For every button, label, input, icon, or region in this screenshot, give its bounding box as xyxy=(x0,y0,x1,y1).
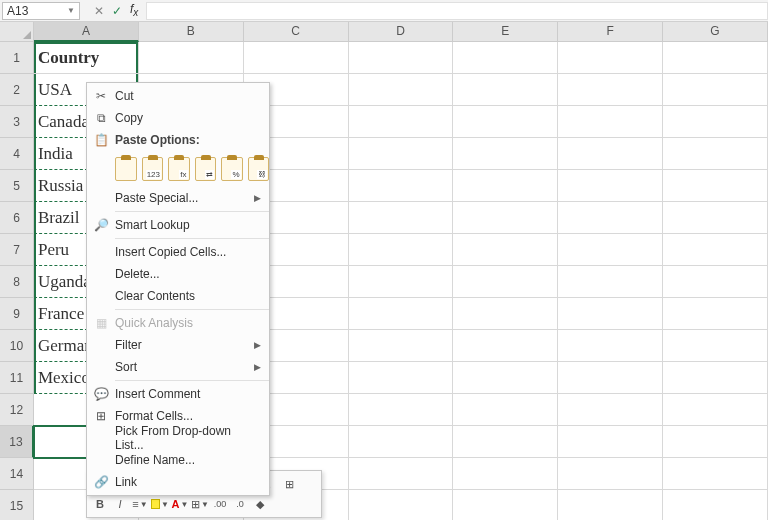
increase-decimal-button[interactable]: .00 xyxy=(211,495,229,513)
cell[interactable] xyxy=(349,394,454,426)
cell[interactable] xyxy=(349,202,454,234)
fill-color-button[interactable]: ▼ xyxy=(151,495,169,513)
cell[interactable] xyxy=(558,170,663,202)
bold-button[interactable]: B xyxy=(91,495,109,513)
menu-sort[interactable]: Sort▶ xyxy=(87,356,269,378)
cell[interactable] xyxy=(663,202,768,234)
name-box[interactable]: A13 ▼ xyxy=(2,2,80,20)
cell[interactable] xyxy=(558,266,663,298)
col-header[interactable]: E xyxy=(453,22,558,42)
row-header[interactable]: 1 xyxy=(0,42,34,74)
cell[interactable] xyxy=(558,330,663,362)
cell[interactable] xyxy=(349,266,454,298)
cell[interactable] xyxy=(349,74,454,106)
enter-icon[interactable]: ✓ xyxy=(108,4,126,18)
menu-paste-special[interactable]: Paste Special...▶ xyxy=(87,187,269,209)
italic-button[interactable]: I xyxy=(111,495,129,513)
cell[interactable] xyxy=(558,362,663,394)
row-header[interactable]: 11 xyxy=(0,362,34,394)
row-header[interactable]: 6 xyxy=(0,202,34,234)
cell[interactable] xyxy=(453,266,558,298)
clear-format-button[interactable]: ◆ xyxy=(251,495,269,513)
cell[interactable] xyxy=(453,42,558,74)
row-header[interactable]: 15 xyxy=(0,490,34,520)
cell[interactable] xyxy=(139,42,244,74)
cell[interactable] xyxy=(453,490,558,520)
row-header[interactable]: 5 xyxy=(0,170,34,202)
cell[interactable] xyxy=(663,458,768,490)
row-header[interactable]: 13 xyxy=(0,426,34,458)
menu-insert-comment[interactable]: 💬Insert Comment xyxy=(87,383,269,405)
decrease-decimal-button[interactable]: .0 xyxy=(231,495,249,513)
cell[interactable] xyxy=(349,490,454,520)
cell[interactable] xyxy=(558,234,663,266)
cell[interactable] xyxy=(558,138,663,170)
cell[interactable] xyxy=(663,394,768,426)
menu-define-name[interactable]: Define Name... xyxy=(87,449,269,471)
menu-clear-contents[interactable]: Clear Contents xyxy=(87,285,269,307)
row-header[interactable]: 2 xyxy=(0,74,34,106)
cell[interactable] xyxy=(349,458,454,490)
cell[interactable] xyxy=(558,490,663,520)
cell[interactable] xyxy=(349,138,454,170)
menu-cut[interactable]: ✂Cut xyxy=(87,85,269,107)
cell[interactable] xyxy=(558,394,663,426)
menu-smart-lookup[interactable]: 🔎Smart Lookup xyxy=(87,214,269,236)
align-button[interactable]: ≡▼ xyxy=(131,495,149,513)
row-header[interactable]: 9 xyxy=(0,298,34,330)
borders-button[interactable]: ⊞▼ xyxy=(191,495,209,513)
cell[interactable] xyxy=(453,298,558,330)
paste-option-icon[interactable]: fx xyxy=(168,157,190,181)
col-header[interactable]: D xyxy=(349,22,454,42)
cell[interactable] xyxy=(453,170,558,202)
cell[interactable] xyxy=(558,202,663,234)
menu-insert-cells[interactable]: Insert Copied Cells... xyxy=(87,241,269,263)
cell[interactable] xyxy=(558,458,663,490)
paste-option-icon[interactable]: ⛓ xyxy=(248,157,270,181)
cell[interactable] xyxy=(453,394,558,426)
cell[interactable] xyxy=(349,330,454,362)
row-header[interactable]: 3 xyxy=(0,106,34,138)
cell[interactable]: Country xyxy=(34,42,139,74)
cell[interactable] xyxy=(244,42,349,74)
cell[interactable] xyxy=(349,426,454,458)
row-header[interactable]: 12 xyxy=(0,394,34,426)
cell[interactable] xyxy=(453,138,558,170)
cell[interactable] xyxy=(453,362,558,394)
cell[interactable] xyxy=(558,106,663,138)
cell[interactable] xyxy=(663,138,768,170)
cell[interactable] xyxy=(453,202,558,234)
menu-pick-dropdown[interactable]: Pick From Drop-down List... xyxy=(87,427,269,449)
cell[interactable] xyxy=(663,42,768,74)
cell[interactable] xyxy=(558,42,663,74)
paste-option-icon[interactable]: % xyxy=(221,157,243,181)
formula-input[interactable] xyxy=(146,2,768,20)
cell[interactable] xyxy=(663,426,768,458)
paste-option-icon[interactable] xyxy=(115,157,137,181)
select-all-corner[interactable] xyxy=(0,22,34,42)
menu-copy[interactable]: ⧉Copy xyxy=(87,107,269,129)
row-header[interactable]: 4 xyxy=(0,138,34,170)
cell[interactable] xyxy=(663,330,768,362)
col-header[interactable]: G xyxy=(663,22,768,42)
menu-delete[interactable]: Delete... xyxy=(87,263,269,285)
menu-filter[interactable]: Filter▶ xyxy=(87,334,269,356)
cell[interactable] xyxy=(453,426,558,458)
cell[interactable] xyxy=(349,362,454,394)
cancel-icon[interactable]: ✕ xyxy=(90,4,108,18)
cell[interactable] xyxy=(663,362,768,394)
cell[interactable] xyxy=(663,266,768,298)
cell[interactable] xyxy=(558,74,663,106)
cell[interactable] xyxy=(663,106,768,138)
cell[interactable] xyxy=(349,298,454,330)
col-header[interactable]: B xyxy=(139,22,244,42)
col-header[interactable]: F xyxy=(558,22,663,42)
cell[interactable] xyxy=(349,106,454,138)
cell[interactable] xyxy=(453,234,558,266)
row-header[interactable]: 14 xyxy=(0,458,34,490)
cell[interactable] xyxy=(349,170,454,202)
row-header[interactable]: 10 xyxy=(0,330,34,362)
cell[interactable] xyxy=(453,74,558,106)
fx-icon[interactable]: fx xyxy=(130,2,138,18)
dropdown-icon[interactable]: ▼ xyxy=(67,6,75,15)
